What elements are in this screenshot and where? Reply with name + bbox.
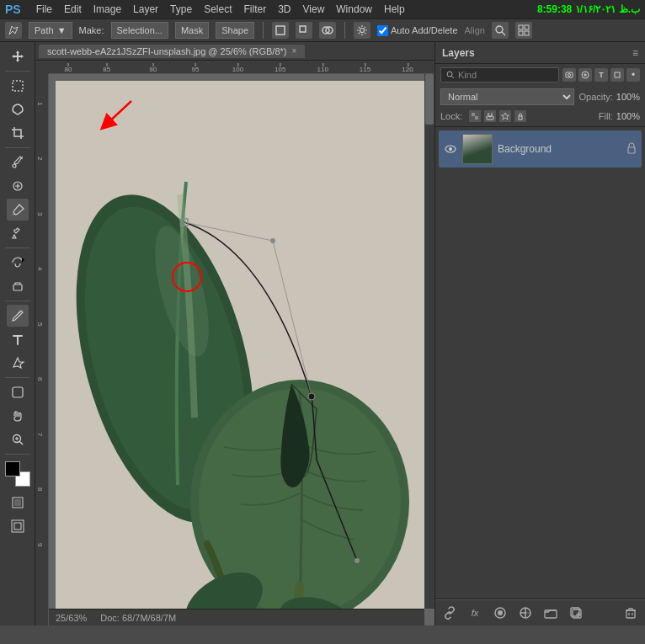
lasso-tool[interactable]	[7, 98, 29, 120]
red-circle-annotation	[172, 262, 202, 292]
lock-all-icon[interactable]	[514, 110, 526, 122]
svg-rect-48	[475, 116, 478, 120]
vtick: 7	[36, 433, 44, 436]
canvas-image[interactable]	[56, 81, 424, 609]
brush-tool[interactable]	[7, 199, 29, 221]
lock-transparent-icon[interactable]	[469, 110, 481, 122]
layers-panel-title: Layers	[442, 47, 475, 59]
menu-select[interactable]: Select	[204, 3, 232, 15]
filter-adjust-icon[interactable]	[578, 68, 592, 82]
new-layer-button[interactable]	[567, 604, 585, 622]
menu-layer[interactable]: Layer	[133, 3, 158, 15]
menu-image[interactable]: Image	[93, 3, 121, 15]
path-dropdown[interactable]: Path ▼	[29, 22, 72, 39]
blend-mode-select[interactable]: Normal	[440, 88, 574, 105]
clone-stamp-tool[interactable]	[7, 222, 29, 244]
auto-add-delete-checkbox[interactable]: Auto Add/Delete	[377, 25, 458, 36]
history-brush-tool[interactable]	[7, 252, 29, 274]
lock-position-icon[interactable]	[499, 110, 511, 122]
eraser-tool[interactable]	[7, 275, 29, 297]
zoom-level: 25/63%	[56, 613, 87, 623]
red-arrow-annotation	[89, 93, 140, 137]
quick-mask-toggle[interactable]	[7, 492, 29, 514]
menu-3d[interactable]: 3D	[278, 3, 291, 15]
marquee-tool[interactable]	[7, 75, 29, 97]
svg-point-4	[360, 29, 365, 33]
hand-tool[interactable]	[7, 405, 29, 427]
filter-photo-icon[interactable]	[562, 68, 576, 82]
canvas-content	[49, 74, 424, 609]
svg-rect-10	[525, 31, 529, 35]
vtick: 5	[36, 322, 44, 326]
delete-layer-button[interactable]	[621, 604, 640, 622]
vertical-ruler: 1 2 3 4 5 6 7 8 9	[35, 74, 49, 625]
heal-tool[interactable]	[7, 175, 29, 197]
vtick: 4	[36, 267, 44, 270]
svg-line-18	[19, 441, 23, 444]
eyedropper-tool[interactable]	[7, 152, 29, 173]
gear-icon[interactable]	[354, 22, 370, 39]
menu-view[interactable]: View	[303, 3, 325, 15]
options-bar: Path ▼ Make: Selection... Mask Shape Aut…	[0, 19, 645, 42]
opacity-row: Opacity: 100%	[579, 92, 641, 102]
svg-rect-50	[475, 113, 478, 116]
layers-panel-header: Layers ≡	[435, 42, 645, 64]
left-toolbar	[0, 42, 35, 625]
vertical-scrollbar[interactable]	[424, 74, 434, 609]
layers-search-box[interactable]: Kind	[440, 67, 559, 82]
filter-dot-icon[interactable]: •	[626, 68, 640, 82]
align-label: Align	[465, 25, 485, 35]
ruler-ticks-h: 80 85 90 95 100 105 110 115 120	[49, 61, 434, 73]
filter-shape-icon[interactable]	[610, 68, 624, 82]
background-layer-item[interactable]: Background	[439, 130, 642, 168]
svg-rect-59	[545, 610, 557, 618]
fill-row: Fill: 100%	[599, 111, 640, 121]
new-fill-adjustment-button[interactable]	[516, 604, 535, 622]
menu-edit[interactable]: Edit	[64, 3, 82, 15]
layers-panel-menu-button[interactable]: ≡	[632, 47, 638, 59]
layers-empty-area	[435, 169, 645, 599]
vertical-scrollbar-thumb[interactable]	[425, 74, 434, 125]
layer-visibility-toggle[interactable]	[444, 142, 457, 156]
new-group-button[interactable]	[541, 604, 560, 622]
menu-file[interactable]: File	[36, 3, 52, 15]
menu-filter[interactable]: Filter	[243, 3, 266, 15]
menu-window[interactable]: Window	[336, 3, 372, 15]
selection-button[interactable]: Selection...	[111, 22, 168, 39]
fill-value[interactable]: 100%	[616, 111, 640, 121]
foreground-color-swatch[interactable]	[5, 461, 20, 476]
lock-image-icon[interactable]	[484, 110, 496, 122]
panel-arrange-icon[interactable]	[515, 22, 532, 39]
mask-button[interactable]: Mask	[175, 22, 209, 39]
layer-name: Background	[498, 143, 621, 155]
filter-text-icon[interactable]: T	[594, 68, 608, 82]
layer-list-divider	[435, 126, 645, 127]
crop-tool[interactable]	[7, 122, 29, 144]
menu-type[interactable]: Type	[170, 3, 192, 15]
combine-icon[interactable]	[319, 22, 336, 39]
path-select-tool[interactable]	[7, 352, 29, 374]
opacity-value[interactable]: 100%	[616, 92, 640, 102]
document-tab[interactable]: scott-webb-eA2z1JSzZFI-unsplash.jpg @ 25…	[39, 45, 305, 58]
ruler-ticks-v: 1 2 3 4 5 6 7 8 9	[35, 74, 48, 625]
tab-close-button[interactable]: ×	[291, 46, 296, 56]
move-tool[interactable]	[7, 45, 29, 67]
layers-filter-bar: Kind T •	[435, 64, 645, 86]
screen-mode-toggle[interactable]	[7, 515, 29, 537]
svg-point-57	[498, 610, 503, 615]
filter-icons-row: T •	[562, 68, 640, 82]
add-mask-button[interactable]	[491, 604, 509, 622]
color-swatches[interactable]	[5, 461, 30, 487]
corner-path-icon[interactable]	[296, 22, 312, 39]
shape-button[interactable]: Shape	[216, 22, 254, 39]
pen-tool[interactable]	[7, 305, 29, 327]
shape-tool[interactable]	[7, 381, 29, 403]
link-layers-button[interactable]	[440, 604, 459, 622]
menu-help[interactable]: Help	[384, 3, 405, 15]
rect-path-icon[interactable]	[272, 22, 289, 39]
svg-point-44	[568, 74, 571, 77]
type-tool[interactable]	[7, 328, 29, 350]
search-icon[interactable]	[492, 22, 509, 39]
zoom-tool[interactable]	[7, 428, 29, 450]
fx-button[interactable]: fx	[466, 604, 484, 622]
